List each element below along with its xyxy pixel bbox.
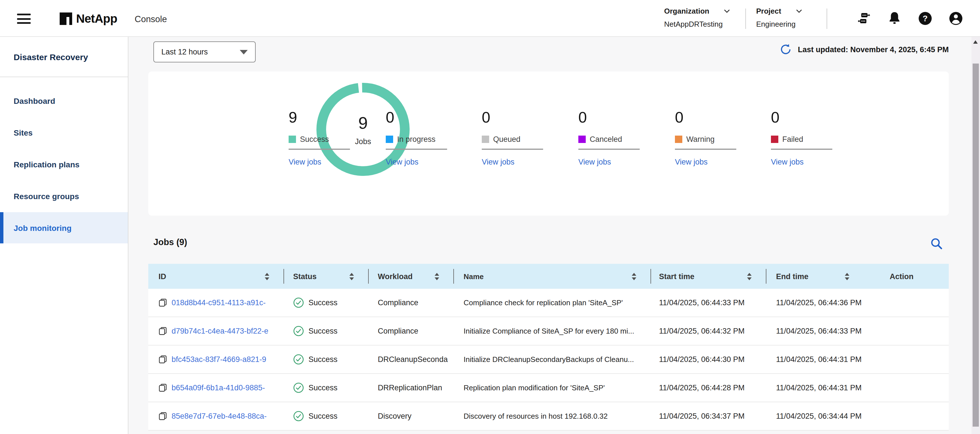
sidebar-item-job-monitoring[interactable]: Job monitoring	[0, 212, 128, 243]
column-header-id[interactable]: ID	[148, 264, 284, 289]
account-icon[interactable]	[949, 11, 963, 25]
scrollbar-thumb[interactable]	[973, 63, 979, 427]
sidebar-item-label: Dashboard	[14, 97, 55, 106]
header-divider	[827, 8, 827, 29]
project-selector[interactable]: Project Engineering	[756, 7, 824, 29]
search-icon[interactable]	[931, 238, 942, 250]
column-label: Workload	[378, 272, 413, 280]
project-value: Engineering	[756, 20, 824, 29]
job-id-link[interactable]: 85e8e7d7-67eb-4e48-88ca-	[172, 412, 267, 420]
name-cell: Replication plan modification for 'SiteA…	[454, 374, 651, 402]
view-jobs-link[interactable]: View jobs	[771, 158, 803, 166]
stat-count: 0	[675, 110, 760, 125]
dropdown-caret-icon	[240, 50, 248, 54]
success-check-icon	[293, 354, 304, 365]
sort-icon[interactable]	[632, 272, 636, 280]
column-header-name[interactable]: Name	[454, 264, 651, 289]
legend-square	[482, 136, 489, 143]
status-text: Success	[309, 298, 337, 307]
workload-cell: Compliance	[369, 289, 454, 317]
column-label: Start time	[659, 272, 695, 280]
column-label: ID	[159, 272, 166, 280]
sidebar-divider	[0, 77, 128, 77]
copy-icon[interactable]	[159, 298, 167, 307]
help-icon[interactable]: ?	[918, 11, 932, 25]
action-cell	[864, 374, 949, 402]
copy-icon[interactable]	[159, 412, 167, 420]
name-cell: Initialize DRCleanupSecondaryBackups of …	[454, 345, 651, 373]
status-text: Success	[309, 355, 337, 364]
copy-icon[interactable]	[159, 355, 167, 364]
end-time-cell: 11/04/2025, 06:44:31 PM	[767, 374, 864, 402]
legend-square	[289, 136, 296, 143]
legend-square	[675, 136, 682, 143]
stat-canceled: 0 Canceled View jobs	[578, 110, 663, 167]
sidebar-item-dashboard[interactable]: Dashboard	[0, 85, 128, 117]
view-jobs-link[interactable]: View jobs	[578, 158, 611, 166]
notifications-icon[interactable]	[888, 11, 902, 25]
last-updated-text: Last updated: November 4, 2025, 6:45 PM	[798, 45, 949, 54]
connector-icon[interactable]	[857, 11, 871, 25]
time-range-dropdown[interactable]: Last 12 hours	[153, 41, 256, 62]
stat-success: 9 Success View jobs	[289, 110, 374, 167]
menu-icon[interactable]	[17, 14, 31, 24]
jobs-table-title: Jobs (9)	[153, 237, 187, 247]
netapp-logo: NetApp	[60, 12, 117, 25]
job-id-link[interactable]: d79b74c1-c4ea-4473-bf22-e	[172, 327, 269, 335]
copy-icon[interactable]	[159, 327, 167, 335]
sidebar-item-sites[interactable]: Sites	[0, 117, 128, 149]
status-text: Success	[309, 383, 337, 392]
table-row: b654a09f-6b1a-41d0-9885- Success DRRepli…	[148, 374, 949, 402]
column-header-end-time[interactable]: End time	[767, 264, 864, 289]
view-jobs-link[interactable]: View jobs	[482, 158, 514, 166]
view-jobs-link[interactable]: View jobs	[386, 158, 418, 166]
sort-icon[interactable]	[747, 272, 752, 280]
name-cell: Initialize Compliance of SiteA_SP for ev…	[454, 317, 651, 345]
scroll-up-icon[interactable]	[973, 40, 978, 44]
sidebar-title: Disaster Recovery	[0, 37, 128, 62]
stat-count: 0	[771, 110, 856, 125]
sort-icon[interactable]	[265, 272, 269, 280]
view-jobs-link[interactable]: View jobs	[675, 158, 708, 166]
sidebar-item-replication-plans[interactable]: Replication plans	[0, 149, 128, 181]
sort-icon[interactable]	[349, 272, 354, 280]
sidebar-item-resource-groups[interactable]: Resource groups	[0, 181, 128, 212]
job-id-link[interactable]: b654a09f-6b1a-41d0-9885-	[172, 383, 265, 392]
column-header-workload[interactable]: Workload	[369, 264, 454, 289]
table-header-row: ID Status Workload Name Start time End t…	[148, 264, 949, 289]
time-range-value: Last 12 hours	[161, 48, 208, 56]
table-row: 85e8e7d7-67eb-4e48-88ca- Success Discove…	[148, 402, 949, 431]
workload-cell: DRReplicationPlan	[369, 374, 454, 402]
sort-icon[interactable]	[434, 272, 439, 280]
column-header-status[interactable]: Status	[284, 264, 369, 289]
success-check-icon	[293, 297, 304, 308]
column-header-start-time[interactable]: Start time	[651, 264, 767, 289]
end-time-cell: 11/04/2025, 06:44:33 PM	[767, 317, 864, 345]
job-id-link[interactable]: 018d8b44-c951-4113-a91c-	[172, 298, 266, 307]
chevron-down-icon	[796, 9, 802, 13]
workload-cell: DRCleanupSeconda	[369, 345, 454, 373]
stat-count: 9	[289, 110, 374, 125]
action-cell	[864, 345, 949, 373]
refresh-icon[interactable]	[780, 43, 792, 55]
stat-rule	[482, 149, 543, 150]
app-root: NetApp Console Organization NetAppDRTest…	[0, 0, 980, 434]
organization-label: Organization	[664, 7, 709, 15]
organization-selector[interactable]: Organization NetAppDRTesting	[664, 7, 739, 29]
end-time-cell: 11/04/2025, 06:44:36 PM	[767, 289, 864, 317]
stat-count: 0	[386, 110, 471, 125]
svg-text:?: ?	[923, 14, 928, 23]
success-check-icon	[293, 326, 304, 336]
job-id-link[interactable]: bfc453ac-83f7-4669-a821-9	[172, 355, 266, 364]
jobs-table: ID Status Workload Name Start time End t…	[148, 264, 949, 431]
stat-rule	[386, 149, 447, 150]
jobs-summary-card: 9 Jobs 9 Success View jobs 0 In progress…	[148, 71, 949, 215]
action-cell	[864, 289, 949, 317]
start-time-cell: 11/04/2025, 06:34:37 PM	[651, 402, 767, 430]
view-jobs-link[interactable]: View jobs	[289, 158, 321, 166]
copy-icon[interactable]	[159, 383, 167, 392]
vertical-scrollbar[interactable]	[972, 37, 980, 434]
column-header-action: Action	[864, 264, 949, 289]
sort-icon[interactable]	[845, 272, 850, 280]
column-label: Name	[464, 272, 484, 280]
